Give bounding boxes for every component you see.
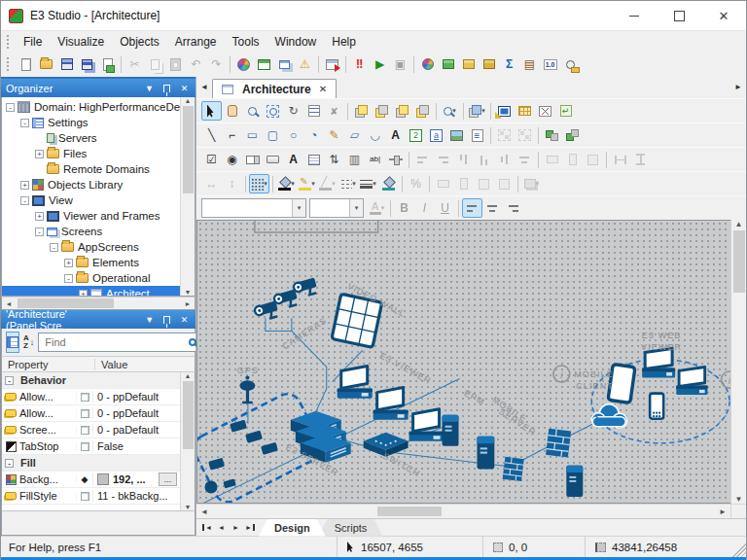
line-width-button[interactable]: ▾ (358, 174, 378, 193)
draw-polyline-button[interactable]: ⌐ (222, 125, 242, 145)
first-sheet-icon[interactable]: ◄ (199, 521, 214, 535)
domain-search-button[interactable] (560, 54, 581, 74)
phone-icon[interactable] (650, 394, 663, 419)
expander-icon[interactable]: + (79, 290, 88, 298)
remove-association-button[interactable] (324, 101, 344, 121)
insert-updown-button[interactable]: ⇅ (324, 150, 344, 169)
tree-item-view[interactable]: -View (2, 192, 180, 208)
dropdown-icon[interactable]: ▾ (349, 199, 363, 217)
dropdown-icon[interactable]: ▾ (536, 180, 540, 188)
expander-icon[interactable]: + (64, 259, 73, 267)
scroll-down-icon[interactable]: ▼ (185, 504, 192, 510)
association-icon[interactable] (81, 393, 89, 402)
insert-radio-button[interactable]: ◉ (222, 150, 242, 169)
property-category-behavior[interactable]: -Behavior (2, 372, 180, 389)
dropdown-icon[interactable]: ▾ (292, 199, 305, 217)
draw-pie-button[interactable]: ◔ (303, 125, 324, 145)
property-row-fillstyle[interactable]: FillStyle11 - bkBackg... (2, 488, 180, 505)
tab-close-icon[interactable]: ✕ (319, 84, 327, 94)
dropdown-icon[interactable]: ▾ (373, 180, 376, 188)
ellipsis-button[interactable]: ... (159, 472, 177, 486)
insert-report-button[interactable] (494, 101, 515, 121)
scroll-up-icon[interactable]: ▲ (185, 372, 192, 379)
insert-text-button[interactable]: A (385, 125, 406, 145)
scroll-right-icon[interactable]: ► (715, 508, 730, 516)
fill-color-button[interactable]: ▾ (276, 174, 297, 193)
diagram-label-cameras[interactable]: CAMERAS (281, 315, 329, 351)
tab-architecture[interactable]: Architecture ✕ (212, 79, 337, 98)
diagram-label-e3-viewer[interactable]: E3 VIEWER (378, 351, 434, 387)
menu-tools[interactable]: Tools (225, 32, 267, 52)
panel-menu-icon[interactable]: ▼ (143, 315, 156, 325)
menu-file[interactable]: File (16, 32, 50, 52)
expander-icon[interactable]: + (35, 150, 44, 158)
grid-toggle-button[interactable]: ▾ (249, 174, 269, 193)
insert-picture-button[interactable] (446, 125, 467, 145)
diagram-label-gps[interactable]: GPS (237, 366, 259, 375)
resize-grip[interactable] (730, 537, 746, 557)
expander-icon[interactable]: - (20, 196, 29, 205)
next-sheet-icon[interactable]: ► (229, 521, 243, 535)
brush-style-button[interactable]: ▾ (297, 174, 317, 193)
expander-icon[interactable]: - (20, 119, 29, 127)
dropdown-icon[interactable]: ▾ (481, 107, 485, 115)
run-domain-button[interactable]: ▶ (370, 54, 390, 74)
categorized-view-button[interactable] (6, 332, 19, 353)
tree-item-appscreens[interactable]: -AppScreens (2, 239, 180, 255)
expander-icon[interactable]: + (35, 212, 44, 221)
maximize-button[interactable] (657, 1, 701, 30)
property-row-backg[interactable]: Backg...◆192, ...... (2, 472, 180, 488)
property-row-tabstop[interactable]: TabStopFalse (2, 438, 180, 455)
scrollbar-thumb[interactable] (183, 381, 194, 449)
stop-scripts-button[interactable]: ‼ (349, 54, 370, 74)
tree-vertical-scrollbar[interactable]: ▲ ▼ (180, 97, 195, 296)
library-button[interactable]: ▤ (519, 54, 540, 74)
tree-item-settings[interactable]: -Settings (2, 115, 180, 130)
domain-options-button[interactable] (233, 54, 254, 74)
background-style-button[interactable] (378, 174, 399, 193)
gps-icon[interactable] (239, 376, 255, 404)
dropdown-icon[interactable]: ▾ (332, 180, 336, 188)
tree-item-objects-library[interactable]: +Objects Library (2, 177, 180, 192)
text-align-center-button[interactable] (482, 198, 503, 218)
insert-display-button[interactable] (467, 125, 487, 145)
expander-icon[interactable]: - (35, 228, 44, 236)
insert-editbox-button[interactable] (365, 150, 385, 169)
bring-forward-button[interactable] (392, 101, 412, 121)
scrollbar-thumb[interactable] (733, 230, 745, 293)
viewer-setup-button[interactable] (274, 54, 295, 74)
scrollbar-thumb[interactable] (183, 106, 194, 193)
save-all-button[interactable] (77, 54, 97, 74)
expander-icon[interactable]: + (20, 181, 29, 190)
find-input[interactable] (43, 335, 185, 349)
bring-to-front-button[interactable] (351, 101, 372, 121)
draw-ellipse-button[interactable]: ○ (283, 125, 303, 145)
camera-icon[interactable] (254, 277, 319, 323)
scrollbar-thumb[interactable] (377, 507, 442, 516)
export-project-button[interactable] (97, 54, 118, 74)
dropdown-icon[interactable]: ▾ (311, 180, 315, 188)
sheet-tab-design[interactable]: Design (259, 519, 326, 537)
diagram-label-mobile-client-2[interactable]: CLIENT (576, 381, 614, 391)
send-to-back-button[interactable] (372, 101, 392, 121)
insert-textbox-button[interactable] (426, 125, 446, 145)
association-icon[interactable] (81, 426, 89, 435)
new-file-button[interactable] (16, 54, 36, 74)
pin-icon[interactable] (163, 316, 170, 324)
tree-item-remote-domains[interactable]: Remote Domains (2, 161, 180, 177)
tree-item-screens[interactable]: -Screens (2, 224, 180, 239)
zoom-level-button[interactable]: ▾ (440, 101, 460, 121)
insert-button-button[interactable] (263, 150, 283, 169)
tree-item-viewer-and-frames[interactable]: +Viewer and Frames (2, 208, 180, 224)
organizer-toggle-button[interactable] (438, 54, 458, 74)
draw-freehand-button[interactable]: ✎ (324, 125, 344, 145)
menu-help[interactable]: Help (324, 32, 364, 52)
menu-objects[interactable]: Objects (112, 32, 167, 52)
select-tool-button[interactable] (201, 101, 222, 121)
summation-button[interactable]: Σ (499, 54, 519, 74)
open-file-button[interactable] (36, 54, 56, 74)
laptop-icon[interactable] (642, 348, 707, 395)
diagram-label-mobile-client-1[interactable]: MOBILE (574, 369, 614, 379)
watch-window-button[interactable] (479, 54, 499, 74)
scrollbar-thumb[interactable] (18, 298, 114, 308)
